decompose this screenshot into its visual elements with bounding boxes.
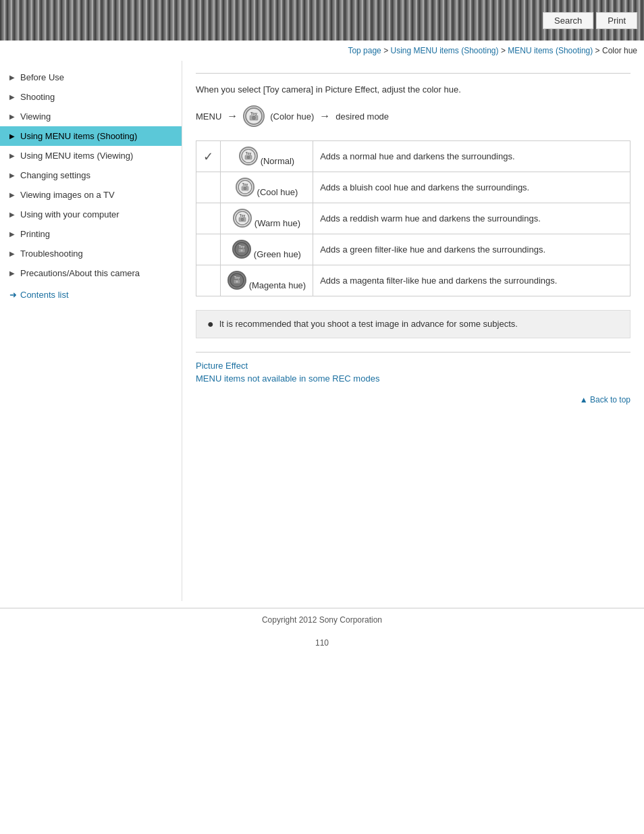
breadcrumb: Top page > Using MENU items (Shooting) >… xyxy=(0,41,644,61)
warm-hue-description: Adds a reddish warm hue and darkens the … xyxy=(313,203,630,234)
menu-items-recs-link[interactable]: MENU items not available in some REC mod… xyxy=(196,373,630,384)
icon-cell: Toy (Magenta hue) xyxy=(221,265,313,296)
warm-hue-icon: Toy xyxy=(233,209,252,228)
check-cell xyxy=(196,172,221,203)
sidebar-item-changing-settings[interactable]: ▶ Changing settings xyxy=(0,165,182,185)
color-hue-label: (Color hue) xyxy=(270,111,314,122)
color-hue-table: ✓ Toy (Normal) Adds a xyxy=(196,140,630,296)
svg-text:Toy: Toy xyxy=(242,182,248,186)
table-row: Toy (Magenta hue) Adds a magenta filter-… xyxy=(196,265,630,296)
green-hue-label: (Green hue) xyxy=(254,249,301,259)
icon-cell: Toy (Green hue) xyxy=(221,234,313,265)
svg-point-3 xyxy=(252,116,256,120)
content-area: When you select [Toy camera] in Picture … xyxy=(182,61,644,601)
check-cell xyxy=(196,234,221,265)
bottom-divider xyxy=(196,352,630,353)
svg-point-23 xyxy=(236,280,238,283)
arrow-icon: ▶ xyxy=(9,230,16,238)
toy-camera-icon-formula: Toy xyxy=(243,105,265,127)
svg-point-11 xyxy=(244,187,246,190)
picture-effect-link[interactable]: Picture Effect xyxy=(196,361,630,371)
back-to-top-container: ▲ Back to top xyxy=(196,394,630,405)
magenta-hue-label: (Magenta hue) xyxy=(249,280,306,290)
sidebar-label: Precautions/About this camera xyxy=(20,268,140,278)
arrow-icon: ▶ xyxy=(9,93,16,101)
note-bullet: ● xyxy=(207,319,214,330)
arrow-icon: ▶ xyxy=(9,113,16,120)
arrow-icon: ▶ xyxy=(9,250,16,257)
sidebar-label: Using with your computer xyxy=(20,209,119,219)
warm-hue-label: (Warm hue) xyxy=(254,218,300,228)
sidebar-item-printing[interactable]: ▶ Printing xyxy=(0,224,182,244)
sidebar-label: Troubleshooting xyxy=(20,249,83,259)
sidebar-label: Before Use xyxy=(20,72,64,82)
svg-text:Toy: Toy xyxy=(240,213,246,217)
contents-list-label: Contents list xyxy=(20,290,69,300)
cool-hue-description: Adds a bluish cool hue and darkens the s… xyxy=(313,172,630,203)
normal-description: Adds a normal hue and darkens the surrou… xyxy=(313,141,630,172)
sidebar-label: Shooting xyxy=(20,92,55,102)
icon-cell: Toy (Normal) xyxy=(221,141,313,172)
page-number: 110 xyxy=(0,631,644,654)
header-buttons: Search Print xyxy=(543,12,637,29)
table-row: Toy (Cool hue) Adds a bluish cool hue an… xyxy=(196,172,630,203)
icon-cell: Toy (Warm hue) xyxy=(221,203,313,234)
sidebar-item-before-use[interactable]: ▶ Before Use xyxy=(0,68,182,87)
check-cell: ✓ xyxy=(196,141,221,172)
sidebar-label: Changing settings xyxy=(20,170,90,180)
arrow-icon: ▶ xyxy=(9,172,16,179)
breadcrumb-menu-items[interactable]: MENU items (Shooting) xyxy=(508,46,593,55)
sidebar-item-using-computer[interactable]: ▶ Using with your computer xyxy=(0,205,182,224)
back-to-top-link[interactable]: ▲ Back to top xyxy=(580,395,630,405)
magenta-hue-icon: Toy xyxy=(227,271,246,290)
svg-point-15 xyxy=(241,218,244,221)
main-layout: ▶ Before Use ▶ Shooting ▶ Viewing ▶ Usin… xyxy=(0,61,644,601)
arrow-icon: ▶ xyxy=(9,191,16,199)
sidebar-label: Using MENU items (Viewing) xyxy=(20,151,133,161)
breadcrumb-current: Color hue xyxy=(602,46,637,55)
normal-label: (Normal) xyxy=(261,156,295,166)
magenta-hue-description: Adds a magenta filter-like hue and darke… xyxy=(313,265,630,296)
menu-label: MENU xyxy=(196,111,221,122)
check-cell xyxy=(196,265,221,296)
sidebar-item-using-menu-viewing[interactable]: ▶ Using MENU items (Viewing) xyxy=(0,146,182,165)
table-row: ✓ Toy (Normal) Adds a xyxy=(196,141,630,172)
related-links: Picture Effect MENU items not available … xyxy=(196,361,630,384)
sidebar-item-viewing[interactable]: ▶ Viewing xyxy=(0,107,182,126)
note-text: It is recommended that you shoot a test … xyxy=(219,319,518,329)
sidebar-item-using-menu-shooting[interactable]: ▶ Using MENU items (Shooting) xyxy=(0,126,182,146)
check-cell xyxy=(196,203,221,234)
sidebar-label: Printing xyxy=(20,229,50,239)
intro-text: When you select [Toy camera] in Picture … xyxy=(196,84,630,95)
cool-hue-icon: Toy xyxy=(236,178,254,197)
search-button[interactable]: Search xyxy=(543,12,593,29)
svg-text:Toy: Toy xyxy=(239,244,245,249)
svg-point-19 xyxy=(240,249,243,252)
normal-icon: Toy xyxy=(239,147,258,165)
table-row: Toy (Warm hue) Adds a reddish warm hue a… xyxy=(196,203,630,234)
sidebar-label: Viewing images on a TV xyxy=(20,190,115,200)
copyright-text: Copyright 2012 Sony Corporation xyxy=(262,615,382,625)
arrow-icon: ▶ xyxy=(9,211,16,218)
note-box: ● It is recommended that you shoot a tes… xyxy=(196,310,630,338)
sidebar-item-shooting[interactable]: ▶ Shooting xyxy=(0,87,182,107)
breadcrumb-top[interactable]: Top page xyxy=(348,46,381,55)
sidebar-label: Viewing xyxy=(20,111,51,122)
footer: Copyright 2012 Sony Corporation xyxy=(0,608,644,631)
green-hue-description: Adds a green filter-like hue and darkens… xyxy=(313,234,630,265)
sidebar-item-viewing-tv[interactable]: ▶ Viewing images on a TV xyxy=(0,185,182,205)
desired-mode-label: desired mode xyxy=(336,111,389,122)
print-button[interactable]: Print xyxy=(596,12,637,29)
sidebar-item-precautions[interactable]: ▶ Precautions/About this camera xyxy=(0,263,182,283)
svg-point-7 xyxy=(247,156,250,159)
svg-text:Toy: Toy xyxy=(250,111,258,115)
sidebar-item-troubleshooting[interactable]: ▶ Troubleshooting xyxy=(0,244,182,263)
breadcrumb-using-menu[interactable]: Using MENU items (Shooting) xyxy=(390,46,498,55)
table-row: Toy (Green hue) Adds a green filter-like… xyxy=(196,234,630,265)
formula-arrow-2: → xyxy=(319,110,330,122)
header: Search Print xyxy=(0,0,644,41)
sidebar-label: Using MENU items (Shooting) xyxy=(20,131,137,141)
top-divider xyxy=(196,73,630,74)
arrow-icon: ▶ xyxy=(9,74,16,81)
contents-list-link[interactable]: ➜ Contents list xyxy=(0,283,182,307)
